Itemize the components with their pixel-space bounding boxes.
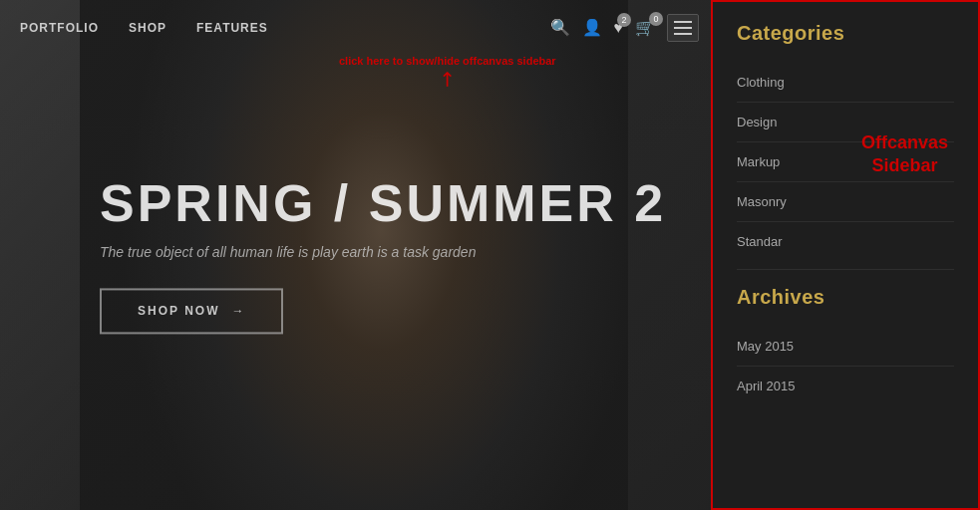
offcanvas-sidebar-label: OffcanvasSidebar (861, 131, 948, 178)
category-masonry[interactable]: Masonry (737, 182, 954, 222)
hamburger-line (674, 33, 692, 35)
category-clothing[interactable]: Clothing (737, 63, 954, 103)
nav-icon-group: 🔍 👤 ♥ 2 🛒 0 (550, 14, 712, 42)
annotation-arrow-icon: ↗ (435, 66, 461, 92)
archive-april-2015[interactable]: April 2015 (737, 367, 954, 405)
annotation-text: click here to show/hide offcanvas sideba… (339, 55, 556, 67)
wishlist-icon[interactable]: ♥ 2 (614, 19, 624, 37)
sidebar-toggle-button[interactable] (667, 14, 699, 42)
archive-may-2015[interactable]: May 2015 (737, 327, 954, 367)
archives-list: May 2015 April 2015 (737, 327, 954, 405)
wishlist-badge: 2 (617, 13, 631, 27)
hero-subtitle: The true object of all human life is pla… (100, 245, 666, 261)
annotation: click here to show/hide offcanvas sideba… (339, 55, 556, 89)
nav-shop[interactable]: SHOP (129, 21, 166, 35)
navbar: PORTFOLIO SHOP FEATURES 🔍 👤 ♥ 2 🛒 0 (0, 0, 711, 55)
nav-links: PORTFOLIO SHOP FEATURES (20, 21, 268, 35)
shop-now-arrow-icon: → (231, 305, 245, 319)
categories-section-title: Categories (737, 22, 954, 45)
cart-icon[interactable]: 🛒 0 (635, 18, 655, 37)
cart-badge: 0 (649, 12, 663, 26)
hero-title: SPRING / SUMMER 2 (100, 175, 666, 232)
shop-now-label: SHOP NOW (138, 305, 219, 319)
sidebar-divider (737, 269, 954, 270)
hamburger-line (674, 21, 692, 23)
hamburger-line (674, 27, 692, 29)
category-standar[interactable]: Standar (737, 222, 954, 261)
nav-portfolio[interactable]: PORTFOLIO (20, 21, 99, 35)
shop-now-button[interactable]: SHOP NOW → (100, 289, 283, 335)
archives-section-title: Archives (737, 286, 954, 309)
nav-features[interactable]: FEATURES (196, 21, 268, 35)
hero-content: SPRING / SUMMER 2 The true object of all… (100, 175, 666, 334)
user-icon[interactable]: 👤 (582, 18, 602, 37)
search-icon[interactable]: 🔍 (550, 18, 570, 37)
offcanvas-sidebar: Categories Clothing Design Markup Masonr… (711, 0, 980, 510)
